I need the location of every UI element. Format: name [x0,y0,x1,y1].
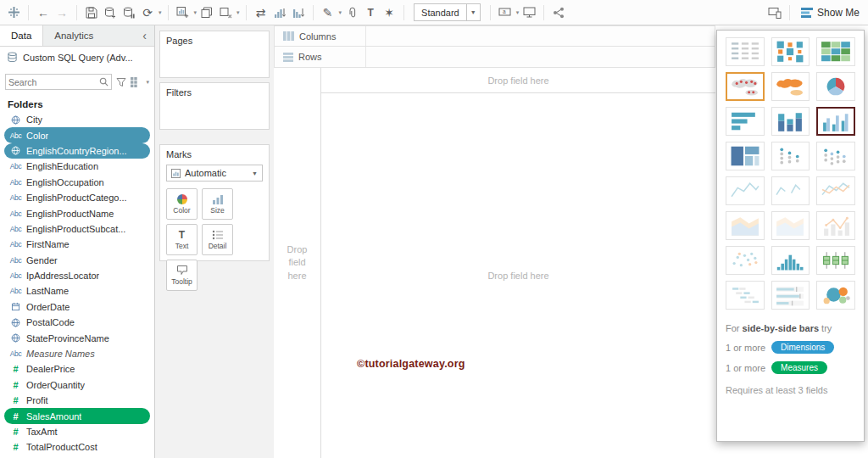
pie-chart-chart-icon[interactable] [816,72,855,101]
field-item-color[interactable]: AbcColor [4,127,150,142]
search-icon[interactable] [99,77,108,87]
side-by-side-bars-chart-icon[interactable] [816,107,855,136]
highlight-icon[interactable]: ✎ [320,3,337,23]
collapse-pane-icon[interactable]: ‹ [135,29,154,42]
save-icon[interactable] [83,3,100,23]
tab-analytics[interactable]: Analytics [43,25,104,46]
field-item-orderdate[interactable]: OrderDate [4,299,150,315]
device-preview-icon[interactable] [766,3,783,23]
field-item-englisheducation[interactable]: AbcEnglishEducation [4,159,150,174]
chevron-down-icon[interactable]: ▼ [252,170,258,176]
clear-sheet-icon[interactable] [217,3,234,23]
marks-buttons: Color Size T Text Detail Tooltip [166,188,263,291]
drop-zone-rows[interactable]: Drop field here [274,68,321,458]
share-icon[interactable] [550,3,567,23]
new-worksheet-dropdown-icon[interactable]: ▾ [194,9,198,16]
search-box[interactable] [5,74,112,90]
pages-shelf[interactable]: Pages [159,31,270,78]
lines-discrete-chart-icon [771,176,810,205]
color-button[interactable]: Color [166,188,198,220]
search-input[interactable] [8,77,99,87]
pause-auto-updates-icon[interactable] [120,3,137,23]
symbol-map-chart-icon[interactable] [726,72,765,101]
search-row: ▾ [0,68,154,93]
field-item-postalcode[interactable]: PostalCode [4,315,150,330]
detail-button[interactable]: Detail [202,224,233,255]
rows-shelf-label[interactable]: Rows [275,47,366,67]
datasource-item[interactable]: Custom SQL Query (Adv... [0,47,154,68]
field-item-stateprovincename[interactable]: StateProvinceName [4,330,150,345]
filter-icon[interactable] [116,77,126,87]
duplicate-sheet-icon[interactable] [198,3,215,23]
abc-field-icon: Abc [8,287,23,295]
stacked-bars-chart-icon[interactable] [771,107,810,136]
field-item-profit[interactable]: #Profit [4,393,150,408]
run-update-dropdown-icon[interactable]: ▾ [159,9,162,16]
horizontal-bars-chart-icon[interactable] [726,107,765,136]
show-mark-labels-dropdown-icon[interactable]: ▾ [516,9,520,16]
chevron-down-icon[interactable]: ▼ [466,4,480,20]
database-icon [7,52,18,63]
field-item-englishproductcatego[interactable]: AbcEnglishProductCatego... [4,190,150,205]
circle-views-chart-icon[interactable] [771,142,810,170]
annotation-icon[interactable]: T [362,3,379,23]
field-item-orderquantity[interactable]: #OrderQuantity [4,377,150,393]
highlight-dropdown-icon[interactable]: ▾ [339,9,342,16]
heatmap-chart-icon[interactable] [771,37,810,66]
highlight-table-chart-icon[interactable] [816,37,855,66]
field-item-city[interactable]: City [4,112,150,127]
new-data-source-icon[interactable] [102,3,119,23]
packed-bubbles-chart-icon[interactable] [816,281,855,310]
tableau-logo-icon[interactable] [5,3,22,23]
size-button[interactable]: Size [202,188,233,220]
fix-axes-icon[interactable] [343,3,360,23]
swap-rows-columns-icon[interactable]: ⇄ [253,3,270,23]
fit-dropdown[interactable]: Standard ▼ [414,3,481,21]
field-item-lastname[interactable]: AbcLastName [4,283,150,299]
field-item-englishproductname[interactable]: AbcEnglishProductName [4,205,150,221]
tooltip-button[interactable]: Tooltip [166,260,198,291]
redo-icon[interactable]: → [53,3,70,23]
field-item-measure-names[interactable]: AbcMeasure Names [4,346,150,361]
clear-sheet-dropdown-icon[interactable]: ▾ [236,9,240,16]
field-label: IpAddressLocator [26,271,99,281]
mark-type-dropdown[interactable]: Automatic ▼ [166,165,263,182]
sort-descending-icon[interactable] [290,3,307,23]
drop-zone-columns-header[interactable]: Drop field here [321,68,715,93]
presentation-mode-icon[interactable] [520,3,537,23]
show-mark-labels-icon[interactable]: a [497,3,514,23]
text-button[interactable]: T Text [166,224,198,255]
filters-shelf[interactable]: Filters [159,82,270,130]
text-table-chart-icon[interactable] [726,37,765,66]
field-item-ipaddresslocator[interactable]: AbcIpAddressLocator [4,268,150,283]
side-by-side-circles-chart-icon[interactable] [816,142,855,170]
sheet-area: Drop field here Drop field here Drop fie… [274,68,715,458]
columns-shelf-label[interactable]: Columns [275,26,366,46]
field-item-totalproductcost[interactable]: #TotalProductCost [4,439,150,455]
field-item-firstname[interactable]: AbcFirstName [4,237,150,252]
run-update-icon[interactable]: ⟳ [139,3,156,23]
rows-shelf[interactable]: Rows [274,47,715,68]
clear-formatting-icon[interactable]: ✶ [381,3,398,23]
view-options-icon[interactable] [131,77,141,87]
field-item-salesamount[interactable]: #SalesAmount [4,408,150,423]
field-item-englishproductsubcat[interactable]: AbcEnglishProductSubcat... [4,221,150,237]
field-item-englishcountryregion[interactable]: EnglishCountryRegion... [4,143,150,159]
show-me-button[interactable]: Show Me [801,7,860,19]
treemap-chart-icon[interactable] [726,142,765,170]
filled-map-chart-icon[interactable] [771,72,810,101]
histogram-chart-icon[interactable] [771,246,810,275]
columns-shelf[interactable]: Columns [274,25,715,47]
field-item-gender[interactable]: AbcGender [4,253,150,268]
tab-data[interactable]: Data [0,25,43,46]
field-item-dealerprice[interactable]: #DealerPrice [4,361,150,377]
sort-ascending-icon[interactable] [271,3,288,23]
new-worksheet-icon[interactable] [175,3,192,23]
field-item-englishoccupation[interactable]: AbcEnglishOccupation [4,175,150,190]
view-options-dropdown-icon[interactable]: ▾ [146,79,149,86]
drop-zone-canvas[interactable]: Drop field here ©tutorialgateway.org [321,93,715,458]
box-whisker-chart-icon[interactable] [816,246,855,275]
undo-icon[interactable]: ← [35,3,52,23]
field-item-taxamt[interactable]: #TaxAmt [4,424,150,439]
tooltip-icon [176,265,188,276]
